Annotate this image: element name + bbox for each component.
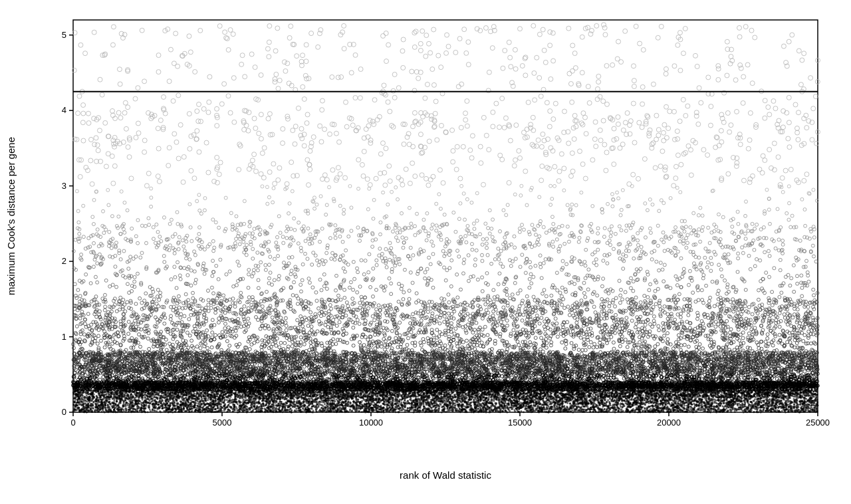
chart-container: maximum Cook's distance per gene rank of… (0, 0, 851, 504)
